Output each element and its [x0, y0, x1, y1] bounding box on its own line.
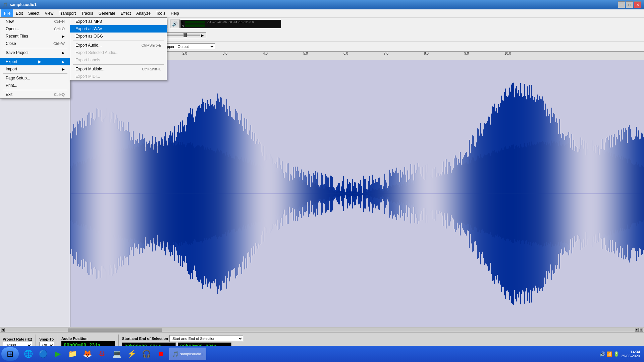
menu-open[interactable]: Open...Ctrl+O — [0, 25, 70, 33]
folder-button[interactable]: 📁 — [66, 347, 79, 361]
ruler-mark-5: 5.0 — [303, 52, 343, 59]
audio-position-label: Audio Position — [61, 337, 115, 341]
tray-icons: 🔊 📶 🔋 — [599, 351, 619, 357]
taskbar-date: 29-08-2020 — [621, 354, 640, 358]
ruler-mark-8: 8.0 — [424, 52, 464, 59]
taskbar: ⊞ 🌐 🔵 ▶ 📁 🦊 ⚙ 💻 ⚡ 🎧 ⏺ 🎵 sampleaudio1 🔊 📶… — [0, 346, 644, 362]
app5-button[interactable]: ⚙ — [95, 347, 109, 361]
menu-export-row[interactable]: Export▶ — [0, 58, 70, 65]
menu-effect[interactable]: Effect — [118, 9, 133, 17]
menu-help[interactable]: Help — [168, 9, 182, 17]
menu-close[interactable]: CloseCtrl+W — [0, 40, 70, 47]
project-rate-label: Project Rate (Hz) — [3, 337, 32, 341]
ruler-mark-6: 6.0 — [343, 52, 384, 59]
titlebar-controls[interactable]: ─ □ ✕ — [618, 1, 641, 8]
menu-tools[interactable]: Tools — [153, 9, 168, 17]
app7-button[interactable]: ⚡ — [125, 347, 138, 361]
menu-exit[interactable]: ExitCtrl+Q — [0, 91, 70, 98]
menu-file[interactable]: File — [1, 9, 13, 17]
waveform-container[interactable] — [70, 60, 644, 327]
audacity-taskbar-item[interactable]: 🎵 sampleaudio1 — [169, 348, 206, 360]
scroll-left-button[interactable]: ◀ — [1, 328, 5, 332]
menu-export-labels: Export Labels... — [70, 56, 167, 64]
app6-button[interactable]: 💻 — [110, 347, 123, 361]
firefox-button[interactable]: 🦊 — [80, 347, 94, 361]
record-taskbar-button[interactable]: ⏺ — [154, 347, 168, 361]
ie-button[interactable]: 🌐 — [21, 347, 35, 361]
menu-generate[interactable]: Generate — [96, 9, 118, 17]
menu-view[interactable]: View — [42, 9, 56, 17]
taskbar-time: 14:34 — [631, 350, 640, 354]
media-button[interactable]: ▶ — [51, 347, 64, 361]
ruler-mark-4: 4.0 — [263, 52, 303, 59]
selection-label: Start and End of Selection — [122, 337, 168, 341]
menu-select[interactable]: Select — [25, 9, 42, 17]
menu-export-mp3[interactable]: Export as MP3 — [70, 18, 167, 25]
menu-export-audio[interactable]: Export Audio...Ctrl+Shift+E — [70, 42, 167, 49]
scrollbar-thumb[interactable] — [68, 328, 162, 331]
start-button[interactable]: ⊞ — [1, 347, 19, 361]
menu-save-project[interactable]: Save Project — [0, 49, 70, 56]
main-content: 1.0 2.0 3.0 4.0 5.0 6.0 7.0 8.0 9.0 10.0… — [0, 52, 644, 332]
maximize-button[interactable]: □ — [626, 1, 633, 8]
track-header: sampleaudio1 Mute Solo L R — [0, 60, 70, 327]
headphone-button[interactable]: 🎧 — [140, 347, 153, 361]
menu-edit[interactable]: Edit — [13, 9, 25, 17]
menu-export-midi: Export MIDI... — [70, 73, 167, 80]
menu-export-multiple[interactable]: Export Multiple...Ctrl+Shift+L — [70, 65, 167, 73]
system-tray: 🔊 📶 🔋 14:34 29-08-2020 — [599, 350, 643, 358]
menu-export-wav[interactable]: Export as WAV — [70, 25, 167, 33]
menu-import[interactable]: Import — [0, 65, 70, 73]
speaker-button[interactable]: 🔊 — [170, 19, 180, 28]
chrome-button[interactable]: 🔵 — [36, 347, 50, 361]
menu-new[interactable]: NewCtrl+N — [0, 18, 70, 25]
menu-export-ogg[interactable]: Export as OGG — [70, 33, 167, 40]
selection-type-select[interactable]: Start and End of Selection — [169, 335, 243, 342]
file-menu-dropdown: NewCtrl+N Open...Ctrl+O Recent Files Clo… — [0, 17, 70, 99]
ruler-mark-2: 2.0 — [182, 52, 223, 59]
titlebar-left: 🎵 sampleaudio1 — [3, 2, 37, 7]
app-icon: 🎵 — [3, 2, 8, 7]
scroll-right-button[interactable]: ▶ — [635, 328, 639, 332]
menu-print[interactable]: Print... — [0, 82, 70, 89]
ruler-mark-9: 9.0 — [464, 52, 504, 59]
menubar: File Edit Select View Transport Tracks G… — [0, 9, 644, 17]
menu-analyze[interactable]: Analyze — [133, 9, 153, 17]
export-submenu: Export as MP3 Export as WAV Export as OG… — [70, 17, 167, 80]
track-area: sampleaudio1 Mute Solo L R — [0, 60, 644, 327]
ruler-mark-10: 10.0 — [504, 52, 545, 59]
menu-transport[interactable]: Transport — [56, 9, 78, 17]
minimize-button[interactable]: ─ — [618, 1, 625, 8]
menu-tracks[interactable]: Tracks — [78, 9, 96, 17]
menu-recent-files[interactable]: Recent Files — [0, 33, 70, 40]
menu-page-setup[interactable]: Page Setup... — [0, 74, 70, 82]
ruler-mark-7: 7.0 — [384, 52, 424, 59]
titlebar: 🎵 sampleaudio1 ─ □ ✕ — [0, 0, 644, 9]
waveform-canvas — [70, 60, 644, 327]
ruler-mark-3: 3.0 — [223, 52, 263, 59]
snap-to-label: Snap-To — [39, 337, 54, 341]
horizontal-scrollbar[interactable]: ◀ ▶ ⊡ — [0, 327, 644, 332]
window-title: sampleaudio1 — [10, 2, 37, 7]
menu-export-selected: Export Selected Audio... — [70, 49, 167, 56]
scroll-resize-button[interactable]: ⊡ — [639, 328, 643, 332]
close-button[interactable]: ✕ — [634, 1, 641, 8]
